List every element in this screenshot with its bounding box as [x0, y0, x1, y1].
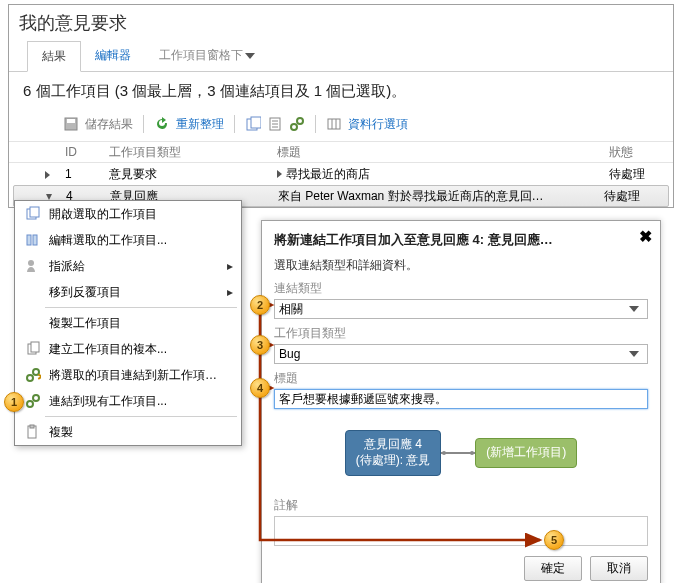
work-item-type-select[interactable]: Bug — [274, 344, 648, 364]
refresh-label[interactable]: 重新整理 — [176, 116, 224, 133]
svg-rect-14 — [31, 342, 39, 352]
callout-1: 1 — [4, 392, 24, 412]
dialog-title: 將新連結工作項目加入至意見回應 4: 意見回應… — [274, 231, 648, 249]
menu-copy[interactable]: 複製 — [15, 419, 241, 445]
connector-icon — [441, 447, 475, 459]
callout-2: 2 — [250, 295, 270, 315]
grid-header: ID 工作項目類型 標題 狀態 — [9, 141, 673, 163]
menu-separator — [45, 307, 237, 308]
page-title: 我的意見要求 — [9, 5, 673, 41]
tab-tools[interactable]: 工作項目窗格下 — [145, 41, 273, 71]
svg-point-24 — [470, 451, 474, 455]
title-input[interactable]: 客戶想要根據郵遞區號來搜尋。 — [274, 389, 648, 409]
menu-move-iteration[interactable]: 移到反覆項目▸ — [15, 279, 241, 305]
notes-input[interactable] — [274, 516, 648, 546]
svg-rect-11 — [33, 235, 37, 245]
cancel-button[interactable]: 取消 — [590, 556, 648, 581]
save-icon[interactable] — [63, 116, 79, 132]
menu-duplicate[interactable]: 複製工作項目 — [15, 310, 241, 336]
node-target: (新增工作項目) — [475, 438, 577, 468]
expand-icon[interactable] — [45, 171, 50, 179]
chevron-down-icon — [629, 351, 639, 357]
svg-point-19 — [33, 395, 39, 401]
open-icon — [23, 206, 43, 222]
table-row[interactable]: 1 意見要求 尋找最近的商店 待處理 — [9, 163, 673, 185]
edit-icon — [23, 232, 43, 248]
menu-create-copy[interactable]: 建立工作項目的複本... — [15, 336, 241, 362]
work-item-type-label: 工作項目類型 — [274, 325, 648, 342]
callout-5: 5 — [544, 530, 564, 550]
main-panel: 我的意見要求 結果 編輯器 工作項目窗格下 6 個工作項目 (3 個最上層，3 … — [8, 4, 674, 208]
separator — [143, 115, 144, 133]
assign-icon — [23, 258, 43, 274]
tab-bar: 結果 編輯器 工作項目窗格下 — [9, 41, 673, 72]
menu-link-existing[interactable]: 連結到現有工作項目... — [15, 388, 241, 414]
svg-point-5 — [291, 124, 297, 130]
svg-point-12 — [28, 260, 34, 266]
submenu-arrow-icon: ▸ — [227, 259, 233, 273]
context-menu: 開啟選取的工作項目 編輯選取的工作項目... 指派給▸ 移到反覆項目▸ 複製工作… — [14, 200, 242, 446]
chevron-down-icon — [245, 53, 255, 59]
svg-point-18 — [27, 401, 33, 407]
separator — [315, 115, 316, 133]
svg-rect-7 — [328, 119, 340, 129]
separator — [234, 115, 235, 133]
copy-icon — [23, 341, 43, 357]
clipboard-icon — [23, 424, 43, 440]
columns-label[interactable]: 資料行選項 — [348, 116, 408, 133]
expand-icon[interactable] — [277, 170, 282, 178]
svg-rect-21 — [30, 425, 34, 428]
toolbar: 儲存結果 重新整理 資料行選項 — [9, 111, 673, 141]
link-type-select[interactable]: 相關 — [274, 299, 648, 319]
col-state[interactable]: 狀態 — [609, 144, 673, 161]
doc-icon[interactable] — [267, 116, 283, 132]
col-title[interactable]: 標題 — [277, 144, 609, 161]
tab-editor[interactable]: 編輯器 — [81, 41, 145, 71]
columns-icon[interactable] — [326, 116, 342, 132]
svg-point-6 — [297, 118, 303, 124]
notes-label: 註解 — [274, 497, 648, 514]
summary-text: 6 個工作項目 (3 個最上層，3 個連結項目及 1 個已選取)。 — [9, 72, 673, 111]
col-type[interactable]: 工作項目類型 — [109, 144, 277, 161]
dialog-subtitle: 選取連結類型和詳細資料。 — [274, 257, 648, 274]
col-id[interactable]: ID — [65, 145, 109, 159]
link-graph: 意見回應 4(待處理): 意見 (新增工作項目) — [274, 417, 648, 489]
refresh-icon[interactable] — [154, 116, 170, 132]
menu-assign[interactable]: 指派給▸ — [15, 253, 241, 279]
callout-4: 4 — [250, 378, 270, 398]
svg-rect-3 — [251, 117, 261, 128]
dialog-buttons: 確定 取消 — [274, 556, 648, 581]
ok-button[interactable]: 確定 — [524, 556, 582, 581]
results-grid: ID 工作項目類型 標題 狀態 1 意見要求 尋找最近的商店 待處理 ▾ 4 意… — [9, 141, 673, 207]
menu-edit[interactable]: 編輯選取的工作項目... — [15, 227, 241, 253]
link-existing-icon — [23, 393, 43, 409]
title-label: 標題 — [274, 370, 648, 387]
node-source: 意見回應 4(待處理): 意見 — [345, 430, 442, 475]
link-new-icon: ✱ — [23, 367, 43, 383]
tab-results[interactable]: 結果 — [27, 41, 81, 72]
svg-rect-10 — [27, 235, 31, 245]
chevron-down-icon — [629, 306, 639, 312]
submenu-arrow-icon: ▸ — [227, 285, 233, 299]
link-icon[interactable] — [289, 116, 305, 132]
callout-3: 3 — [250, 335, 270, 355]
svg-text:✱: ✱ — [37, 370, 41, 383]
menu-open[interactable]: 開啟選取的工作項目 — [15, 201, 241, 227]
svg-rect-1 — [67, 119, 75, 123]
open-icon[interactable] — [245, 116, 261, 132]
svg-point-23 — [442, 451, 446, 455]
menu-separator — [45, 416, 237, 417]
link-type-label: 連結類型 — [274, 280, 648, 297]
svg-rect-9 — [30, 207, 39, 217]
link-dialog: 將新連結工作項目加入至意見回應 4: 意見回應… ✖ 選取連結類型和詳細資料。 … — [261, 220, 661, 583]
menu-link-new[interactable]: ✱將選取的項目連結到新工作項… — [15, 362, 241, 388]
svg-point-15 — [27, 375, 33, 381]
close-icon[interactable]: ✖ — [639, 227, 652, 246]
save-label: 儲存結果 — [85, 116, 133, 133]
